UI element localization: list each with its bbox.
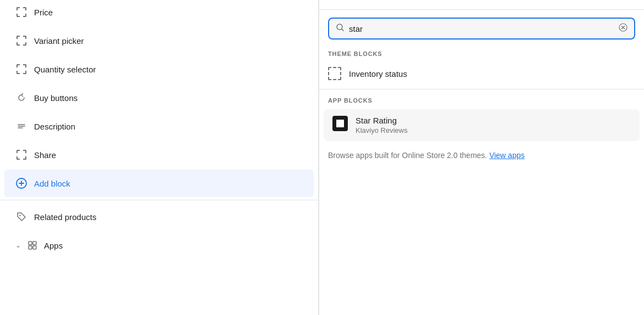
price-label: Price [34, 8, 53, 17]
add-block-button[interactable]: Add block [4, 170, 314, 197]
sidebar-item-apps[interactable]: ⌄ Apps [4, 232, 314, 259]
description-icon [15, 120, 27, 132]
svg-rect-10 [33, 246, 36, 249]
share-label: Share [34, 150, 56, 160]
sidebar-item-variant-picker[interactable]: Variant picker [4, 27, 314, 54]
svg-rect-9 [29, 246, 32, 249]
inventory-status-label: Inventory status [349, 69, 407, 78]
sidebar-item-quantity-selector[interactable]: Quantity selector [4, 55, 314, 83]
svg-rect-8 [33, 241, 36, 245]
search-container [319, 10, 644, 45]
section-divider-1 [0, 200, 318, 200]
app-block-name: Star Rating [356, 116, 408, 125]
add-circle-icon [15, 177, 27, 189]
app-blocks-header: APP BLOCKS [319, 92, 644, 107]
quantity-selector-label: Quantity selector [34, 65, 96, 74]
app-block-subtitle: Klaviyo Reviews [356, 126, 408, 134]
variant-picker-label: Variant picker [34, 36, 84, 46]
view-apps-link[interactable]: View apps [489, 151, 524, 160]
svg-point-6 [19, 215, 20, 216]
dashed-square-icon [15, 6, 27, 18]
apps-label: Apps [44, 241, 63, 250]
search-box[interactable] [328, 18, 635, 40]
star-rating-app-icon [332, 116, 348, 131]
search-clear-icon[interactable] [619, 23, 628, 34]
theme-blocks-header: THEME BLOCKS [319, 45, 644, 60]
apps-icon [26, 239, 38, 251]
dashed-square-icon [15, 63, 27, 75]
related-products-label: Related products [34, 212, 96, 222]
sidebar-item-buy-buttons[interactable]: Buy buttons [4, 84, 314, 111]
sidebar-item-related-products[interactable]: Related products [4, 203, 314, 230]
left-sidebar: Price Variant picker Quantity selector B… [0, 0, 319, 315]
share-icon [15, 149, 27, 161]
sidebar-item-share[interactable]: Share [4, 141, 314, 168]
top-border-stub [319, 0, 644, 10]
app-block-star-rating[interactable]: Star Rating Klaviyo Reviews [324, 109, 640, 141]
search-input[interactable] [349, 24, 614, 33]
chevron-down-icon: ⌄ [15, 241, 21, 249]
buy-buttons-icon [15, 92, 27, 104]
browse-apps-text: Browse apps built for Online Store 2.0 t… [319, 143, 644, 168]
tag-icon [15, 211, 27, 223]
sidebar-item-price[interactable]: Price [4, 1, 314, 26]
buy-buttons-label: Buy buttons [34, 93, 77, 103]
inventory-status-icon [328, 67, 341, 80]
sidebar-item-description[interactable]: Description [4, 113, 314, 140]
app-icon-inner [336, 120, 344, 127]
right-panel: THEME BLOCKS Inventory status APP BLOCKS… [319, 0, 644, 315]
svg-rect-7 [29, 241, 32, 245]
section-divider-2 [319, 89, 644, 89]
search-icon [336, 23, 345, 34]
description-label: Description [34, 122, 75, 131]
svg-line-12 [342, 29, 343, 31]
dashed-square-icon [15, 35, 27, 47]
theme-block-inventory-status[interactable]: Inventory status [319, 60, 644, 87]
app-block-text: Star Rating Klaviyo Reviews [356, 116, 408, 134]
browse-apps-description: Browse apps built for Online Store 2.0 t… [328, 151, 487, 160]
add-block-label: Add block [34, 179, 70, 188]
